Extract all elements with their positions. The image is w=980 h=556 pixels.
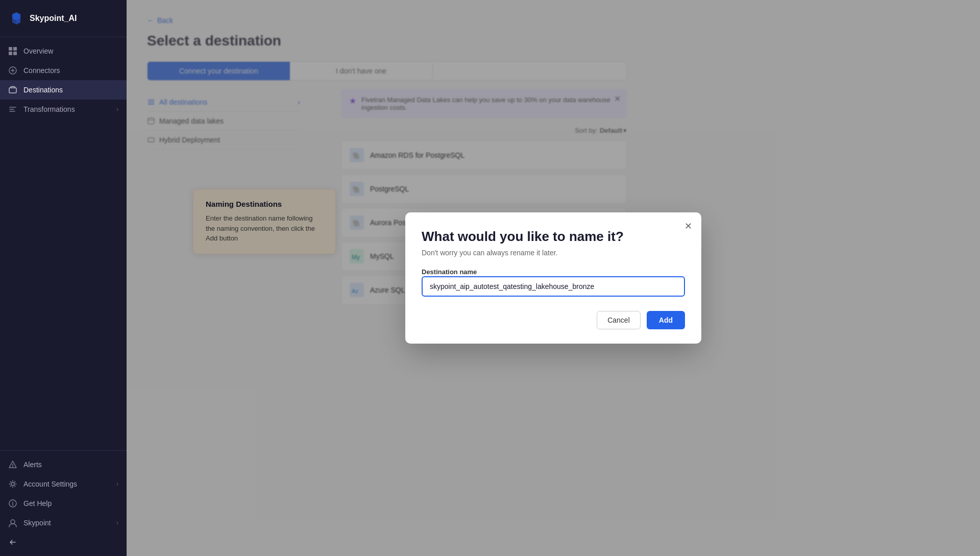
sidebar-item-alerts[interactable]: Alerts bbox=[0, 455, 127, 474]
sidebar-item-transformations[interactable]: Transformations › bbox=[0, 100, 127, 119]
gear-icon bbox=[8, 479, 17, 489]
skypoint-user-icon bbox=[8, 518, 17, 527]
sidebar-item-skypoint[interactable]: Skypoint › bbox=[0, 513, 127, 533]
sidebar-item-alerts-label: Alerts bbox=[23, 461, 118, 469]
sidebar-item-account-settings[interactable]: Account Settings › bbox=[0, 474, 127, 494]
skypoint-logo-icon bbox=[8, 10, 24, 27]
destination-icon bbox=[8, 85, 17, 94]
add-button[interactable]: Add bbox=[647, 311, 685, 329]
svg-point-8 bbox=[11, 520, 15, 524]
sidebar-item-connectors-label: Connectors bbox=[23, 66, 118, 75]
modal-close-btn[interactable]: ✕ bbox=[684, 221, 692, 232]
main-area: ← Back Select a destination Connect your… bbox=[127, 0, 980, 556]
svg-point-6 bbox=[11, 482, 14, 486]
sidebar-item-get-help[interactable]: Get Help bbox=[0, 494, 127, 513]
sidebar-item-skypoint-label: Skypoint bbox=[23, 519, 110, 527]
svg-rect-2 bbox=[9, 52, 12, 55]
chevron-right-icon-2: › bbox=[116, 480, 118, 488]
modal-subtitle: Don't worry you can always rename it lat… bbox=[422, 249, 685, 257]
alert-icon bbox=[8, 460, 17, 469]
sidebar-item-destinations-label: Destinations bbox=[23, 86, 118, 94]
chevron-right-icon: › bbox=[116, 106, 118, 113]
sidebar-logo-text: Skypoint_AI bbox=[30, 14, 77, 23]
svg-rect-3 bbox=[13, 52, 17, 55]
sidebar-item-get-help-label: Get Help bbox=[23, 499, 118, 507]
sidebar-logo: Skypoint_AI bbox=[0, 0, 127, 37]
svg-rect-0 bbox=[9, 47, 12, 51]
modal-footer: Cancel Add bbox=[422, 311, 685, 329]
sidebar-item-transformations-label: Transformations bbox=[23, 105, 110, 113]
transform-icon bbox=[8, 105, 17, 114]
svg-rect-5 bbox=[9, 88, 16, 93]
chevron-right-icon-3: › bbox=[116, 519, 118, 526]
sidebar: Skypoint_AI Overview Connectors Desti bbox=[0, 0, 127, 556]
sidebar-bottom: Alerts Account Settings › Get Help Skypo… bbox=[0, 450, 127, 556]
sidebar-item-destinations[interactable]: Destinations bbox=[0, 80, 127, 100]
info-icon bbox=[8, 499, 17, 508]
cancel-button[interactable]: Cancel bbox=[597, 311, 641, 329]
sidebar-collapse-btn[interactable] bbox=[0, 533, 127, 552]
modal-input-label: Destination name bbox=[422, 268, 477, 276]
sidebar-item-overview-label: Overview bbox=[23, 47, 118, 55]
sidebar-item-account-settings-label: Account Settings bbox=[23, 480, 110, 488]
sidebar-item-connectors[interactable]: Connectors bbox=[0, 61, 127, 80]
plug-icon bbox=[8, 66, 17, 75]
grid-icon bbox=[8, 46, 17, 56]
modal-overlay: ✕ What would you like to name it? Don't … bbox=[127, 0, 980, 556]
sidebar-item-overview[interactable]: Overview bbox=[0, 41, 127, 61]
svg-rect-1 bbox=[13, 47, 17, 51]
modal-title: What would you like to name it? bbox=[422, 229, 685, 245]
collapse-icon bbox=[8, 538, 17, 547]
modal: ✕ What would you like to name it? Don't … bbox=[405, 212, 701, 344]
sidebar-nav: Overview Connectors Destinations Transfo… bbox=[0, 37, 127, 450]
destination-name-input[interactable] bbox=[422, 276, 685, 297]
